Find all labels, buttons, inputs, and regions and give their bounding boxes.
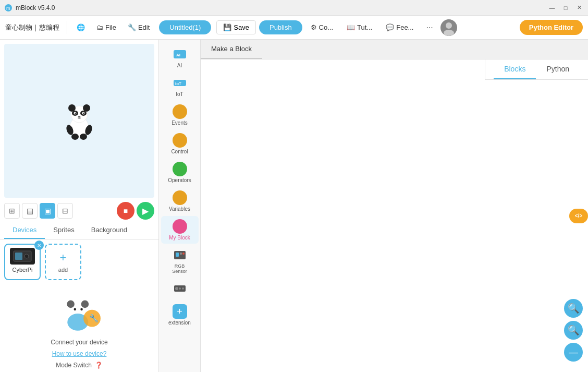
svg-point-13 — [83, 113, 84, 114]
menubar: 童心制物｜慈编程 🌐 🗂 File 🔧 Edit Untitled(1) 💾 S… — [0, 16, 588, 40]
edit-label: Edit — [138, 23, 150, 31]
close-button[interactable]: ✕ — [574, 3, 584, 13]
block-panel: AI AI IoT IoT Events Control Operators — [159, 40, 201, 372]
save-icon: 💾 — [223, 23, 231, 31]
python-toggle-btn[interactable]: </> — [569, 209, 588, 223]
zoom-in-button[interactable]: 🔍 — [564, 299, 583, 318]
block-cat-my-block[interactable]: My Block — [161, 216, 199, 244]
iot-icon: IoT — [173, 76, 187, 90]
publish-button[interactable]: Publish — [259, 20, 302, 34]
tab-devices[interactable]: Devices — [4, 222, 45, 239]
remove-device-button[interactable]: ✕ — [34, 241, 44, 250]
feedback-button[interactable]: 💬 Fee... — [381, 21, 419, 34]
control-label: Control — [171, 149, 188, 154]
svg-point-41 — [175, 287, 178, 290]
make-block-header: Make a Block — [201, 40, 588, 59]
right-area: Make a Block Blocks Python </> 🔍 — [201, 40, 588, 372]
block-cat-iot[interactable]: IoT IoT — [161, 73, 199, 100]
add-device-button[interactable]: + add — [45, 244, 81, 280]
my-block-label: My Block — [169, 235, 190, 241]
zoom-fit-button[interactable]: — — [564, 343, 583, 362]
menu-divider — [67, 21, 67, 34]
tab-sprites[interactable]: Sprites — [45, 222, 82, 239]
variables-label: Variables — [169, 206, 190, 212]
zoom-out-button[interactable]: 🔍 — [564, 321, 583, 340]
panel-tabs: Devices Sprites Background — [0, 222, 158, 239]
maximize-button[interactable]: □ — [561, 3, 570, 13]
python-editor-button[interactable]: Python Editor — [520, 20, 583, 35]
svg-point-25 — [81, 300, 89, 308]
stop-button[interactable]: ■ — [117, 202, 134, 220]
operators-label: Operators — [168, 177, 191, 183]
mode-switch-row: Mode Switch ❓ — [56, 362, 103, 369]
zoom-in-icon: 🔍 — [568, 303, 579, 314]
device-name: CyberPi — [12, 267, 32, 273]
svg-point-42 — [179, 287, 181, 290]
layout-btn-2[interactable]: ▤ — [22, 203, 38, 219]
connect-button[interactable]: ⚙ Co... — [305, 21, 338, 34]
tab-python[interactable]: Python — [536, 59, 580, 79]
my-block-dot — [173, 219, 187, 234]
add-icon: + — [60, 251, 67, 265]
block-cat-rgb-sensor[interactable]: RGBSensor — [161, 245, 199, 277]
stage — [4, 44, 154, 198]
svg-point-6 — [68, 104, 76, 112]
svg-rect-20 — [15, 253, 22, 260]
layout-btn-3[interactable]: ▣ — [40, 203, 55, 219]
iot-label: IoT — [176, 91, 183, 97]
block-cat-sensor2[interactable] — [161, 278, 199, 300]
go-button[interactable]: ▶ — [137, 202, 154, 220]
svg-point-28 — [74, 308, 77, 310]
sensor2-icon — [173, 281, 187, 296]
variables-dot — [173, 190, 187, 205]
tutorial-button[interactable]: 📖 Tut... — [341, 21, 377, 34]
file-menu[interactable]: 🗂 File — [92, 21, 120, 33]
block-cat-operators[interactable]: Operators — [161, 159, 199, 186]
svg-point-43 — [182, 287, 184, 290]
block-cat-control[interactable]: Control — [161, 130, 199, 158]
svg-text:IoT: IoT — [175, 81, 181, 86]
device-card-cyberpi[interactable]: ✕ CyberPi — [4, 244, 41, 280]
make-block-tab[interactable]: Make a Block — [201, 40, 262, 59]
tab-background[interactable]: Background — [83, 222, 136, 239]
globe-menu[interactable]: 🌐 — [72, 21, 89, 33]
ai-icon: AI — [173, 47, 187, 62]
events-dot — [173, 104, 187, 119]
device-panel: ✕ CyberPi + add — [0, 239, 158, 372]
device-icon — [10, 248, 35, 265]
svg-point-17 — [71, 134, 79, 140]
layout-btn-4[interactable]: ⊟ — [57, 203, 73, 219]
block-cat-variables[interactable]: Variables — [161, 187, 199, 215]
svg-point-24 — [67, 300, 75, 308]
rgb-sensor-icon — [173, 248, 187, 262]
avatar[interactable] — [440, 19, 457, 36]
feedback-label: Fee... — [396, 23, 413, 31]
save-label: Save — [234, 23, 249, 31]
main-area: ⊞ ▤ ▣ ⊟ ■ ▶ Devices Sprites Background — [0, 40, 588, 372]
code-area: Blocks Python </> 🔍 🔍 — [201, 59, 588, 372]
extension-button[interactable]: + extension — [166, 301, 193, 329]
layout-btn-1[interactable]: ⊞ — [4, 203, 20, 219]
svg-point-21 — [24, 254, 29, 258]
how-to-link[interactable]: How to use device? — [52, 350, 107, 357]
wrench-icon: 🔧 — [128, 23, 136, 31]
panda-character — [63, 101, 96, 140]
events-label: Events — [172, 120, 188, 126]
mode-switch-help-icon: ❓ — [95, 362, 103, 369]
svg-point-3 — [444, 30, 454, 36]
tab-blocks[interactable]: Blocks — [494, 59, 536, 79]
project-name-button[interactable]: Untitled(1) — [159, 20, 211, 34]
zoom-fit-icon: — — [569, 347, 578, 358]
edit-menu[interactable]: 🔧 Edit — [124, 21, 154, 33]
more-button[interactable]: ··· — [422, 21, 437, 34]
add-label: add — [58, 267, 68, 273]
python-side-toggle[interactable]: </> — [569, 209, 588, 223]
ai-label: AI — [177, 63, 182, 68]
svg-point-7 — [83, 104, 90, 112]
minimize-button[interactable]: — — [547, 3, 557, 13]
book-icon: 📖 — [347, 23, 355, 31]
block-cat-ai[interactable]: AI AI — [161, 44, 199, 71]
app-logo: m — [4, 4, 13, 12]
block-cat-events[interactable]: Events — [161, 101, 199, 129]
save-button[interactable]: 💾 Save — [216, 20, 256, 34]
